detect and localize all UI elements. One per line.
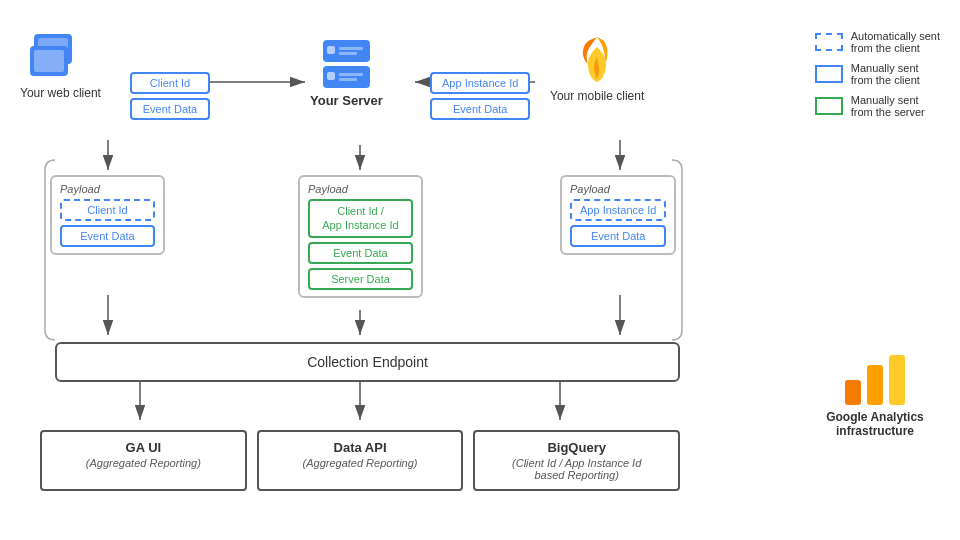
output-data-api-title: Data API: [269, 440, 452, 455]
payload-server-label: Payload: [308, 183, 413, 195]
svg-rect-21: [327, 72, 335, 80]
output-ga-ui-subtitle: (Aggregated Reporting): [52, 457, 235, 469]
payload-mobile-app-instance-id: App Instance Id: [570, 199, 666, 221]
payload-server-client-id: Client Id /App Instance Id: [308, 199, 413, 238]
payload-web: Payload Client Id Event Data: [50, 175, 165, 255]
server-area: Your Server: [310, 38, 383, 108]
payload-server-event-data: Event Data: [308, 242, 413, 264]
event-data-tag-mobile: Event Data: [430, 98, 530, 120]
mobile-client-label: Your mobile client: [550, 89, 644, 103]
svg-rect-25: [867, 365, 883, 405]
ga-infrastructure: Google Analytics infrastructure: [810, 350, 940, 438]
svg-rect-17: [327, 46, 335, 54]
output-ga-ui: GA UI (Aggregated Reporting): [40, 430, 247, 491]
payload-mobile-label: Payload: [570, 183, 666, 195]
legend-item-manual-server: Manually sent from the server: [815, 94, 940, 118]
legend-manual-client-label: Manually sent from the client: [851, 62, 920, 86]
collection-endpoint-label: Collection Endpoint: [307, 354, 428, 370]
mobile-client-area: Your mobile client: [550, 32, 644, 103]
web-client-label: Your web client: [20, 86, 101, 100]
legend: Automatically sent from the client Manua…: [815, 30, 940, 118]
svg-rect-19: [339, 52, 357, 55]
legend-dashed-blue-box: [815, 33, 843, 51]
event-data-tag-web: Event Data: [130, 98, 210, 120]
web-to-server-tags: Client Id Event Data: [130, 72, 210, 120]
payload-server-server-data: Server Data: [308, 268, 413, 290]
server-label: Your Server: [310, 93, 383, 108]
mobile-to-server-tags: App Instance Id Event Data: [430, 72, 530, 120]
output-bigquery-title: BigQuery: [485, 440, 668, 455]
ga-chart-icon: [835, 350, 915, 410]
payload-server: Payload Client Id /App Instance Id Event…: [298, 175, 423, 298]
output-data-api: Data API (Aggregated Reporting): [257, 430, 464, 491]
output-row: GA UI (Aggregated Reporting) Data API (A…: [40, 430, 680, 491]
legend-solid-blue-box: [815, 65, 843, 83]
svg-rect-23: [339, 78, 357, 81]
legend-auto-label: Automatically sent from the client: [851, 30, 940, 54]
output-bigquery-subtitle: (Client Id / App Instance Idbased Report…: [485, 457, 668, 481]
web-client-area: Your web client: [20, 32, 101, 100]
svg-rect-24: [845, 380, 861, 405]
output-ga-ui-title: GA UI: [52, 440, 235, 455]
svg-rect-26: [889, 355, 905, 405]
legend-item-auto: Automatically sent from the client: [815, 30, 940, 54]
client-id-tag: Client Id: [130, 72, 210, 94]
legend-solid-green-box: [815, 97, 843, 115]
app-instance-id-tag: App Instance Id: [430, 72, 530, 94]
output-bigquery: BigQuery (Client Id / App Instance Idbas…: [473, 430, 680, 491]
output-data-api-subtitle: (Aggregated Reporting): [269, 457, 452, 469]
payload-mobile-event-data: Event Data: [570, 225, 666, 247]
legend-manual-server-label: Manually sent from the server: [851, 94, 925, 118]
diagram-container: Automatically sent from the client Manua…: [0, 0, 960, 540]
server-icon: [319, 38, 374, 93]
payload-web-client-id: Client Id: [60, 199, 155, 221]
web-client-icon: [30, 32, 90, 84]
svg-rect-22: [339, 73, 363, 76]
legend-item-manual-client: Manually sent from the client: [815, 62, 940, 86]
payload-web-event-data: Event Data: [60, 225, 155, 247]
payload-mobile: Payload App Instance Id Event Data: [560, 175, 676, 255]
payload-web-label: Payload: [60, 183, 155, 195]
mobile-client-icon: [570, 32, 625, 87]
ga-infrastructure-label: Google Analytics infrastructure: [826, 410, 924, 438]
svg-rect-18: [339, 47, 363, 50]
collection-endpoint: Collection Endpoint: [55, 342, 680, 382]
svg-rect-15: [34, 50, 64, 72]
